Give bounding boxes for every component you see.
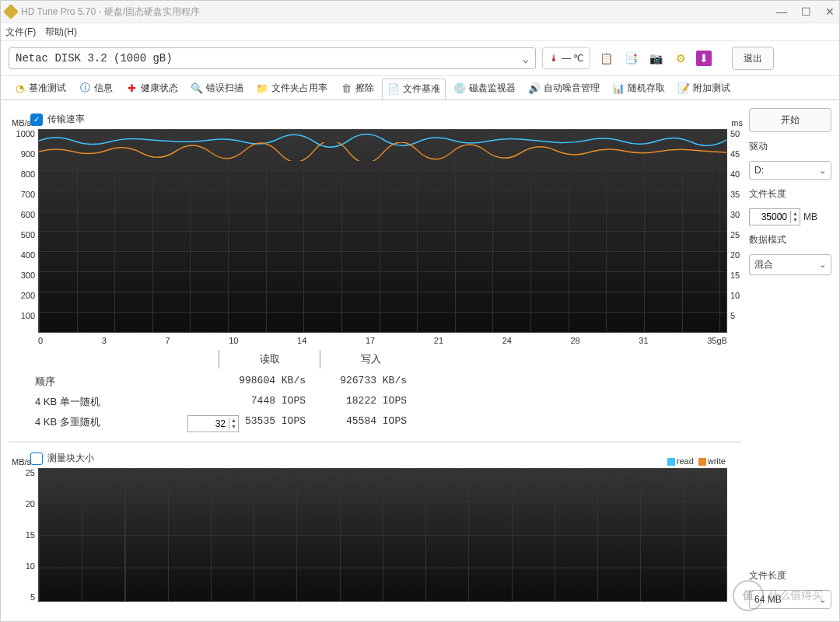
copy-text-icon[interactable]: 📋 xyxy=(597,49,615,68)
tab-folder[interactable]: 📁文件夹占用率 xyxy=(251,79,332,98)
y-axis-right: 5045403530252015105 xyxy=(730,129,746,331)
chevron-down-icon: ⌄ xyxy=(523,52,529,65)
filelen2-label: 文件长度 xyxy=(749,569,831,582)
divider xyxy=(9,442,741,442)
disk-icon: 💿 xyxy=(453,82,466,94)
filelen-label: 文件长度 xyxy=(749,187,831,201)
blocksize-label: 测量块大小 xyxy=(47,452,94,465)
mode-label: 数据模式 xyxy=(749,233,831,246)
drive-selected-label: Netac DISK 3.2 (1000 gB) xyxy=(16,52,173,65)
row-sequential: 顺序 xyxy=(32,375,187,389)
drive-letter-select[interactable]: D:⌄ xyxy=(749,161,831,180)
menu-file[interactable]: 文件(F) xyxy=(5,26,36,39)
copy-info-icon[interactable]: 📑 xyxy=(621,49,640,68)
filelen-spinner[interactable]: ▲▼ xyxy=(749,208,800,225)
chart-icon: 📊 xyxy=(612,82,625,94)
temperature-value: — ℃ xyxy=(562,53,583,64)
transfer-chart: MB/s ms 1000900800700600500400300200100 … xyxy=(38,129,727,345)
y-axis-right-unit: ms xyxy=(731,118,743,128)
tab-aam[interactable]: 🔊自动噪音管理 xyxy=(523,79,604,98)
row-4kb-multi: 4 KB 多重随机 xyxy=(32,415,187,432)
filelen2-select[interactable]: 64 MB⌄ xyxy=(749,590,831,609)
chart2-y-axis: 252015105 xyxy=(12,468,35,602)
tab-erase[interactable]: 🗑擦除 xyxy=(335,79,379,98)
transfer-rate-checkbox[interactable]: ✓ 传输速率 xyxy=(30,113,741,126)
file-icon: 📄 xyxy=(387,82,400,95)
tab-filebench[interactable]: 📄文件基准 xyxy=(382,79,446,100)
trash-icon: 🗑 xyxy=(340,82,352,94)
y-axis-left: 1000900800700600500400300200100 xyxy=(12,129,35,331)
folder-icon: 📁 xyxy=(256,82,268,94)
filelen-input[interactable] xyxy=(750,211,790,222)
x-axis: 0371014172124283135gB xyxy=(38,336,727,345)
write-series-line xyxy=(39,142,726,161)
maximize-button[interactable]: ☐ xyxy=(801,5,811,18)
speaker-icon: 🔊 xyxy=(528,82,541,94)
chevron-down-icon: ⌄ xyxy=(819,260,826,270)
temperature-display: 🌡 — ℃ xyxy=(542,47,590,69)
side-panel: 开始 驱动 D:⌄ 文件长度 ▲▼ MB 数据模式 混合⌄ 文件长度 64 MB… xyxy=(749,100,839,621)
chevron-down-icon: ⌄ xyxy=(819,166,826,176)
settings-icon[interactable]: ⚙ xyxy=(671,49,690,68)
chart2-y-unit: MB/s xyxy=(12,457,31,466)
gauge-icon: ◔ xyxy=(13,82,26,94)
blocksize-chart: MB/s 252015105 read write xyxy=(38,468,727,602)
tab-errorscan[interactable]: 🔍错误扫描 xyxy=(186,79,248,98)
col-write: 写入 xyxy=(320,350,421,369)
exit-button[interactable]: 退出 xyxy=(732,47,774,70)
row-4kb-single: 4 KB 单一随机 xyxy=(32,395,187,409)
checkbox-checked-icon: ✓ xyxy=(30,114,43,126)
magnifier-icon: 🔍 xyxy=(191,82,203,94)
tabbar: ◔基准测试 ⓘ信息 ✚健康状态 🔍错误扫描 📁文件夹占用率 🗑擦除 📄文件基准 … xyxy=(1,76,839,100)
toolbar: Netac DISK 3.2 (1000 gB) ⌄ 🌡 — ℃ 📋 📑 📷 ⚙… xyxy=(1,41,839,76)
blocksize-checkbox[interactable]: ✓ 测量块大小 xyxy=(30,452,741,465)
tab-info[interactable]: ⓘ信息 xyxy=(74,79,117,98)
col-read: 读取 xyxy=(219,350,320,369)
chevron-down-icon: ⌄ xyxy=(819,595,826,605)
health-icon: ✚ xyxy=(125,82,138,94)
titlebar: HD Tune Pro 5.70 - 硬盘/固态硬盘实用程序 — ☐ ✕ xyxy=(1,1,839,23)
checkbox-unchecked-icon: ✓ xyxy=(30,453,43,465)
read-swatch-icon xyxy=(667,458,675,466)
tab-monitor[interactable]: 💿磁盘监视器 xyxy=(449,79,520,98)
tab-benchmark[interactable]: ◔基准测试 xyxy=(9,79,71,98)
y-axis-left-unit: MB/s xyxy=(12,118,31,128)
drive-label: 驱动 xyxy=(749,140,831,153)
save-icon[interactable]: ⬇ xyxy=(696,51,712,66)
spinner-arrows-icon[interactable]: ▲▼ xyxy=(790,211,800,223)
drive-selector[interactable]: Netac DISK 3.2 (1000 gB) ⌄ xyxy=(9,47,536,69)
close-button[interactable]: ✕ xyxy=(825,5,835,18)
menu-help[interactable]: 帮助(H) xyxy=(45,26,77,39)
start-button[interactable]: 开始 xyxy=(749,108,831,132)
app-icon xyxy=(3,4,19,19)
tab-random[interactable]: 📊随机存取 xyxy=(607,79,670,98)
minimize-button[interactable]: — xyxy=(776,5,787,18)
info-icon: ⓘ xyxy=(79,82,91,94)
tab-health[interactable]: ✚健康状态 xyxy=(121,79,183,98)
window-title: HD Tune Pro 5.70 - 硬盘/固态硬盘实用程序 xyxy=(21,5,776,19)
screenshot-icon[interactable]: 📷 xyxy=(646,49,665,68)
results-table: 读取 写入 顺序 998604 KB/s 926733 KB/s 4 KB 单一… xyxy=(32,350,741,432)
mode-select[interactable]: 混合⌄ xyxy=(749,254,831,275)
tab-extra[interactable]: 📝附加测试 xyxy=(673,79,735,98)
menubar: 文件(F) 帮助(H) xyxy=(1,23,839,41)
write-swatch-icon xyxy=(698,458,706,466)
transfer-rate-label: 传输速率 xyxy=(47,113,85,126)
filelen-unit: MB xyxy=(803,211,817,222)
chart2-legend: read write xyxy=(667,456,726,466)
thermometer-icon: 🌡 xyxy=(549,53,558,64)
list-icon: 📝 xyxy=(677,82,690,94)
